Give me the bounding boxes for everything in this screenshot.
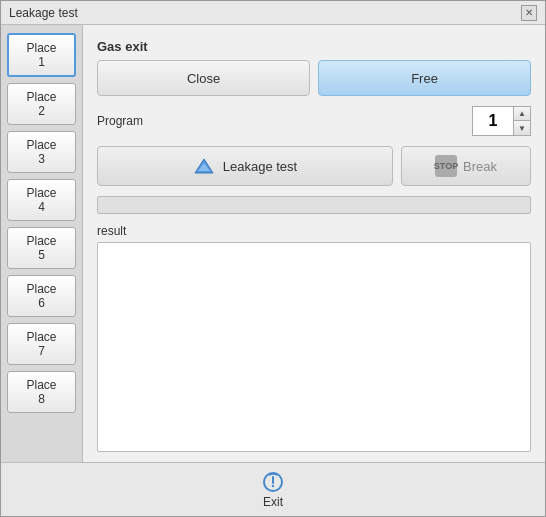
place-button-4[interactable]: Place 4 (7, 179, 76, 221)
program-label: Program (97, 114, 143, 128)
gas-exit-row: Close Free (97, 60, 531, 96)
sidebar: Place 1Place 2Place 3Place 4Place 5Place… (1, 25, 83, 462)
content-area: Place 1Place 2Place 3Place 4Place 5Place… (1, 25, 545, 462)
result-section: result (97, 224, 531, 452)
main-panel: Gas exit Close Free Program 1 ▲ ▼ (83, 25, 545, 462)
place-button-5[interactable]: Place 5 (7, 227, 76, 269)
place-button-7[interactable]: Place 7 (7, 323, 76, 365)
close-window-button[interactable]: ✕ (521, 5, 537, 21)
break-btn-label: Break (463, 159, 497, 174)
spinner-down-button[interactable]: ▼ (514, 121, 530, 135)
leakage-icon (193, 155, 215, 177)
svg-point-3 (272, 484, 274, 486)
window-title: Leakage test (9, 6, 78, 20)
footer[interactable]: Exit (1, 462, 545, 516)
free-button[interactable]: Free (318, 60, 531, 96)
gas-exit-section: Gas exit Close Free (97, 39, 531, 96)
close-button[interactable]: Close (97, 60, 310, 96)
place-button-8[interactable]: Place 8 (7, 371, 76, 413)
spinner-arrows: ▲ ▼ (513, 107, 530, 135)
leakage-test-button[interactable]: Leakage test (97, 146, 393, 186)
progress-bar (97, 196, 531, 214)
place-button-1[interactable]: Place 1 (7, 33, 76, 77)
spinner-up-button[interactable]: ▲ (514, 107, 530, 121)
leakage-btn-label: Leakage test (223, 159, 297, 174)
place-button-2[interactable]: Place 2 (7, 83, 76, 125)
program-row: Program 1 ▲ ▼ (97, 106, 531, 136)
main-window: Leakage test ✕ Place 1Place 2Place 3Plac… (0, 0, 546, 517)
program-value[interactable]: 1 (473, 107, 513, 135)
exit-icon (262, 471, 284, 493)
exit-label: Exit (263, 495, 283, 509)
place-button-3[interactable]: Place 3 (7, 131, 76, 173)
result-area (97, 242, 531, 452)
gas-exit-label: Gas exit (97, 39, 531, 54)
stop-icon: STOP (435, 155, 457, 177)
action-row: Leakage test STOP Break (97, 146, 531, 186)
place-button-6[interactable]: Place 6 (7, 275, 76, 317)
program-spinner: 1 ▲ ▼ (472, 106, 531, 136)
break-button[interactable]: STOP Break (401, 146, 531, 186)
title-bar: Leakage test ✕ (1, 1, 545, 25)
result-label: result (97, 224, 531, 238)
